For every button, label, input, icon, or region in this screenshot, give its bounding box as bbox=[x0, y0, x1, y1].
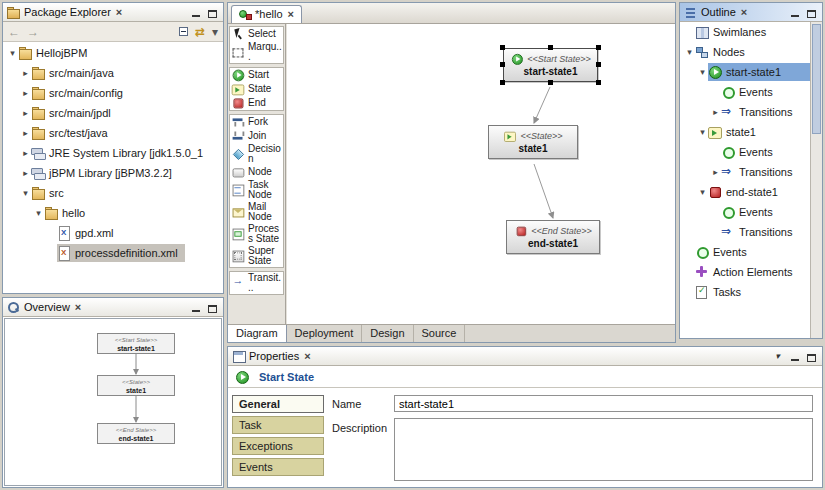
maximize-button[interactable] bbox=[805, 350, 818, 363]
expand-arrow-icon[interactable]: ▸ bbox=[20, 148, 31, 158]
close-icon[interactable]: × bbox=[287, 9, 295, 20]
tree-row[interactable]: ▸ JRE System Library [jdk1.5.0_1 bbox=[3, 143, 223, 163]
tree-row[interactable]: Events bbox=[680, 202, 810, 222]
tree-row[interactable]: Swimlanes bbox=[680, 22, 810, 42]
tree-row[interactable]: ▾ state1 bbox=[680, 122, 810, 142]
tree-row[interactable]: Events bbox=[680, 82, 810, 102]
minimize-button[interactable] bbox=[788, 6, 801, 19]
palette-tool[interactable]: Super State bbox=[230, 245, 283, 267]
palette-tool[interactable]: Process State bbox=[230, 223, 283, 245]
tree-row[interactable]: Tasks bbox=[680, 282, 810, 302]
palette-tool[interactable]: Fork bbox=[230, 115, 283, 129]
diagram-node[interactable]: <<End State>> end-state1 bbox=[506, 220, 600, 254]
tree-row[interactable]: ▸ src/main/java bbox=[3, 63, 223, 83]
selection-handle[interactable] bbox=[500, 45, 505, 50]
palette-tool[interactable]: Select bbox=[230, 27, 283, 41]
palette-tool[interactable]: Transit... bbox=[230, 272, 283, 294]
back-icon[interactable]: ← bbox=[8, 26, 20, 38]
tree-row[interactable]: ▾ Nodes bbox=[680, 42, 810, 62]
name-input[interactable] bbox=[394, 395, 813, 412]
expand-arrow-icon[interactable]: ▸ bbox=[710, 107, 721, 117]
palette-tool[interactable]: Join bbox=[230, 129, 283, 143]
selection-handle[interactable] bbox=[596, 62, 601, 67]
diagram-node[interactable]: <<Start State>> start-state1 bbox=[503, 48, 598, 82]
scrollbar-thumb[interactable] bbox=[812, 24, 821, 134]
tree-row[interactable]: processdefinition.xml bbox=[3, 243, 223, 263]
properties-tab[interactable]: General bbox=[232, 395, 324, 413]
properties-tab[interactable]: Exceptions bbox=[232, 437, 324, 455]
editor-page-tab[interactable]: Diagram bbox=[228, 325, 287, 342]
tree-row[interactable]: Action Elements bbox=[680, 262, 810, 282]
expand-arrow-icon[interactable]: ▾ bbox=[697, 187, 708, 197]
palette-tool[interactable]: Marqu... bbox=[230, 41, 283, 63]
tree-row[interactable]: ▾ hello bbox=[3, 203, 223, 223]
expand-arrow-icon[interactable]: ▾ bbox=[684, 47, 695, 57]
tree-row[interactable]: ▾ src bbox=[3, 183, 223, 203]
close-icon[interactable]: × bbox=[740, 7, 748, 18]
editor-tab-hello[interactable]: *hello × bbox=[231, 5, 302, 23]
expand-arrow-icon[interactable]: ▾ bbox=[697, 127, 708, 137]
tree-row[interactable]: ▾ end-state1 bbox=[680, 182, 810, 202]
selection-handle[interactable] bbox=[596, 80, 601, 85]
tree-row[interactable]: ▾ start-state1 bbox=[680, 62, 810, 82]
description-input[interactable] bbox=[394, 418, 813, 481]
palette-tool[interactable]: End bbox=[230, 96, 283, 110]
overview-canvas[interactable]: <<Start State>> start-state1 <<State>> s… bbox=[4, 318, 222, 486]
selection-handle[interactable] bbox=[548, 80, 553, 85]
expand-arrow-icon[interactable]: ▸ bbox=[20, 68, 31, 78]
expand-arrow-icon[interactable]: ▸ bbox=[20, 88, 31, 98]
close-icon[interactable]: × bbox=[303, 351, 311, 362]
properties-tab[interactable]: Events bbox=[232, 458, 324, 476]
expand-arrow-icon[interactable]: ▾ bbox=[33, 208, 44, 218]
view-menu-button[interactable]: ▾ bbox=[771, 350, 784, 363]
tree-row[interactable]: Events bbox=[680, 242, 810, 262]
selection-handle[interactable] bbox=[500, 62, 505, 67]
tree-row[interactable]: ▸ jBPM Library [jBPM3.2.2] bbox=[3, 163, 223, 183]
collapse-all-icon[interactable] bbox=[179, 26, 188, 38]
palette-tool[interactable]: Mail Node bbox=[230, 201, 283, 223]
expand-arrow-icon[interactable]: ▾ bbox=[7, 48, 18, 58]
close-icon[interactable]: × bbox=[74, 302, 82, 313]
editor-page-tab[interactable]: Design bbox=[362, 325, 413, 342]
editor-page-tab[interactable]: Deployment bbox=[287, 325, 363, 342]
tree-row[interactable]: ▾ HellojBPM bbox=[3, 43, 223, 63]
minimize-button[interactable] bbox=[189, 301, 202, 314]
diagram-node[interactable]: <<State>> state1 bbox=[488, 125, 578, 159]
expand-arrow-icon[interactable]: ▸ bbox=[710, 167, 721, 177]
palette-tool[interactable]: State bbox=[230, 82, 283, 96]
view-menu-icon[interactable]: ▾ bbox=[212, 26, 218, 38]
palette-tool[interactable]: Task Node bbox=[230, 179, 283, 201]
editor-page-tab[interactable]: Source bbox=[414, 325, 466, 342]
expand-arrow-icon[interactable]: ▸ bbox=[20, 108, 31, 118]
palette-tool[interactable]: Start bbox=[230, 68, 283, 82]
expand-arrow-icon[interactable]: ▾ bbox=[697, 67, 708, 77]
expand-arrow-icon[interactable]: ▸ bbox=[20, 168, 31, 178]
palette-tool[interactable]: Node bbox=[230, 165, 283, 179]
tree-row[interactable]: Events bbox=[680, 142, 810, 162]
diagram-canvas[interactable]: <<Start State>> start-state1 <<State>> s… bbox=[287, 24, 675, 324]
maximize-button[interactable] bbox=[206, 6, 219, 19]
properties-tab[interactable]: Task bbox=[232, 416, 324, 434]
tree-row[interactable]: gpd.xml bbox=[3, 223, 223, 243]
expand-arrow-icon[interactable]: ▸ bbox=[20, 128, 31, 138]
tree-row[interactable]: ▸ src/test/java bbox=[3, 123, 223, 143]
outline-scrollbar[interactable] bbox=[810, 22, 822, 338]
tree-row[interactable]: ▸ Transitions bbox=[680, 162, 810, 182]
selection-handle[interactable] bbox=[596, 45, 601, 50]
expand-arrow-icon[interactable]: ▾ bbox=[20, 188, 31, 198]
minimize-button[interactable] bbox=[189, 6, 202, 19]
maximize-button[interactable] bbox=[206, 301, 219, 314]
tree-item-label: processdefinition.xml bbox=[75, 246, 182, 260]
tree-row[interactable]: ▸ src/main/config bbox=[3, 83, 223, 103]
close-icon[interactable]: × bbox=[115, 7, 123, 18]
minimize-button[interactable] bbox=[788, 350, 801, 363]
link-editor-icon[interactable]: ⇄ bbox=[195, 26, 205, 38]
palette-tool[interactable]: Decision bbox=[230, 143, 283, 165]
selection-handle[interactable] bbox=[548, 45, 553, 50]
tree-row[interactable]: ▸ src/main/jpdl bbox=[3, 103, 223, 123]
tree-row[interactable]: Transitions bbox=[680, 222, 810, 242]
forward-icon[interactable]: → bbox=[27, 26, 39, 38]
selection-handle[interactable] bbox=[500, 80, 505, 85]
tree-row[interactable]: ▸ Transitions bbox=[680, 102, 810, 122]
maximize-button[interactable] bbox=[805, 6, 818, 19]
